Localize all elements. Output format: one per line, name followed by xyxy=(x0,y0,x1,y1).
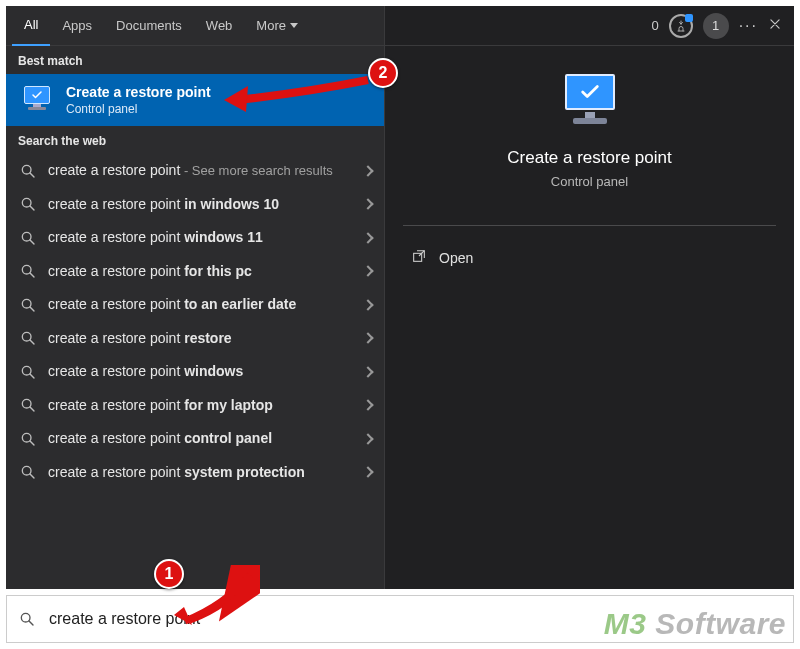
search-scope-tabs: All Apps Documents Web More xyxy=(6,6,384,46)
watermark: M3 Software xyxy=(604,607,786,641)
search-icon xyxy=(20,431,36,447)
chevron-right-icon[interactable] xyxy=(362,299,373,310)
search-icon xyxy=(20,163,36,179)
svg-line-11 xyxy=(30,340,34,344)
chevron-right-icon[interactable] xyxy=(362,232,373,243)
open-action[interactable]: Open xyxy=(385,242,794,273)
web-result[interactable]: create a restore point windows 11 xyxy=(6,221,384,255)
web-result-text: create a restore point windows 11 xyxy=(48,229,356,247)
tab-label: Apps xyxy=(62,18,92,33)
best-match-title: Create a restore point xyxy=(66,84,211,100)
preview-title: Create a restore point xyxy=(507,148,671,168)
annotation-badge-2: 2 xyxy=(368,58,398,88)
web-result[interactable]: create a restore point for this pc xyxy=(6,255,384,289)
svg-line-3 xyxy=(30,206,34,210)
search-icon xyxy=(20,464,36,480)
svg-line-1 xyxy=(30,173,34,177)
web-result-text: create a restore point system protection xyxy=(48,464,356,482)
search-icon xyxy=(20,330,36,346)
search-the-web-label: Search the web xyxy=(6,126,384,154)
svg-line-7 xyxy=(30,273,34,277)
divider xyxy=(403,225,776,226)
web-result[interactable]: create a restore point for my laptop xyxy=(6,389,384,423)
web-result-text: create a restore point in windows 10 xyxy=(48,196,356,214)
chevron-right-icon[interactable] xyxy=(362,333,373,344)
web-results-list: create a restore point - See more search… xyxy=(6,154,384,589)
result-preview: Create a restore point Control panel xyxy=(385,46,794,209)
rewards-count: 0 xyxy=(651,18,658,33)
search-icon xyxy=(20,397,36,413)
web-result-text: create a restore point control panel xyxy=(48,430,356,448)
web-result[interactable]: create a restore point - See more search… xyxy=(6,154,384,188)
chevron-right-icon[interactable] xyxy=(362,400,373,411)
web-result-text: create a restore point to an earlier dat… xyxy=(48,296,356,314)
tab-more[interactable]: More xyxy=(244,6,310,46)
chevron-right-icon[interactable] xyxy=(362,266,373,277)
chevron-down-icon xyxy=(290,23,298,28)
best-match-subtitle: Control panel xyxy=(66,102,211,116)
web-result[interactable]: create a restore point windows xyxy=(6,355,384,389)
preview-subtitle: Control panel xyxy=(551,174,628,189)
tab-all[interactable]: All xyxy=(12,6,50,46)
svg-line-13 xyxy=(30,374,34,378)
chevron-right-icon[interactable] xyxy=(362,199,373,210)
rewards-icon[interactable] xyxy=(669,14,693,38)
web-result-text: create a restore point - See more search… xyxy=(48,162,356,180)
web-result[interactable]: create a restore point system protection xyxy=(6,456,384,490)
web-result[interactable]: create a restore point control panel xyxy=(6,422,384,456)
tab-web[interactable]: Web xyxy=(194,6,245,46)
svg-line-9 xyxy=(30,307,34,311)
annotation-badge-1: 1 xyxy=(154,559,184,589)
open-label: Open xyxy=(439,250,473,266)
svg-line-15 xyxy=(30,407,34,411)
open-icon xyxy=(411,248,427,267)
best-match-label: Best match xyxy=(6,46,384,74)
search-icon xyxy=(20,297,36,313)
close-button[interactable] xyxy=(768,17,782,34)
search-icon xyxy=(20,230,36,246)
web-result[interactable]: create a restore point restore xyxy=(6,322,384,356)
tab-documents[interactable]: Documents xyxy=(104,6,194,46)
account-badge[interactable]: 1 xyxy=(703,13,729,39)
web-result[interactable]: create a restore point to an earlier dat… xyxy=(6,288,384,322)
svg-line-19 xyxy=(30,474,34,478)
web-result-text: create a restore point for my laptop xyxy=(48,397,356,415)
search-icon xyxy=(20,196,36,212)
chevron-right-icon[interactable] xyxy=(362,366,373,377)
tab-apps[interactable]: Apps xyxy=(50,6,104,46)
tab-label: More xyxy=(256,18,286,33)
tab-label: Documents xyxy=(116,18,182,33)
more-options-icon[interactable]: ··· xyxy=(739,17,758,35)
chevron-right-icon[interactable] xyxy=(362,467,373,478)
restore-point-icon xyxy=(20,86,54,114)
svg-line-17 xyxy=(30,441,34,445)
svg-line-22 xyxy=(29,621,33,625)
web-result-text: create a restore point windows xyxy=(48,363,356,381)
search-icon xyxy=(19,611,35,627)
restore-point-icon xyxy=(555,74,625,130)
web-result-text: create a restore point restore xyxy=(48,330,356,348)
chevron-right-icon[interactable] xyxy=(362,433,373,444)
tab-label: All xyxy=(24,17,38,32)
svg-line-5 xyxy=(30,240,34,244)
search-icon xyxy=(20,364,36,380)
search-icon xyxy=(20,263,36,279)
annotation-arrow-2 xyxy=(218,72,378,122)
web-result-text: create a restore point for this pc xyxy=(48,263,356,281)
web-result[interactable]: create a restore point in windows 10 xyxy=(6,188,384,222)
chevron-right-icon[interactable] xyxy=(362,165,373,176)
tab-label: Web xyxy=(206,18,233,33)
